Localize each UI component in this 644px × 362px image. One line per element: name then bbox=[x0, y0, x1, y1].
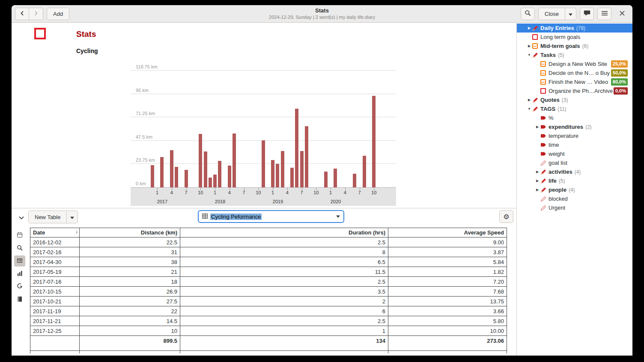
expander-icon[interactable]: ▶ bbox=[534, 170, 540, 174]
tree-item-temperature[interactable]: temperature bbox=[517, 131, 632, 140]
table-row[interactable]: 2017-12-2510110.00 bbox=[30, 326, 507, 336]
table-icon bbox=[202, 213, 208, 220]
table-cell: 2.5 bbox=[180, 237, 388, 247]
diary-view-button[interactable] bbox=[14, 294, 25, 305]
expander-icon[interactable]: ▶ bbox=[526, 44, 532, 48]
chart-view-button[interactable] bbox=[14, 268, 25, 279]
table-row[interactable]: 2017-04-30386.55.84 bbox=[30, 257, 507, 267]
table-cell: 5.84 bbox=[388, 257, 507, 267]
table-row[interactable]: 2017-10-1526.93.57.68 bbox=[30, 287, 507, 297]
theme-view-button[interactable] bbox=[14, 281, 25, 292]
back-button[interactable] bbox=[15, 8, 29, 20]
close-entry-button[interactable]: Close bbox=[538, 8, 565, 20]
bar-2018-02 bbox=[218, 161, 221, 187]
expander-icon[interactable]: ▶ bbox=[534, 188, 540, 192]
table-row[interactable]: 2017-02-163183.87 bbox=[30, 247, 507, 257]
calendar-view-button[interactable] bbox=[14, 230, 25, 241]
wave-icon: ∼ bbox=[532, 43, 540, 49]
item-count: (3) bbox=[562, 97, 568, 103]
tree-item-life[interactable]: ▶life(5) bbox=[517, 176, 632, 185]
expander-icon[interactable]: ▼ bbox=[526, 53, 532, 57]
tree-item-organize-the-ph-archive[interactable]: Organize the Ph…Archive0,0% bbox=[517, 86, 632, 95]
table-row[interactable]: 2017-11-192263.66 bbox=[30, 306, 507, 316]
tree-item-tasks[interactable]: ▼Tasks(5) bbox=[517, 50, 632, 59]
table-row[interactable]: 2017-10-2127.5213.75 bbox=[30, 297, 507, 306]
bar-2020-08 bbox=[363, 156, 366, 187]
table-cell: 6 bbox=[180, 306, 388, 316]
forward-button[interactable] bbox=[29, 8, 43, 20]
cycling-chart: 0 km23.75 km47.5 km71.25 km95 km118.75 k… bbox=[131, 60, 396, 206]
new-table-dropdown-button[interactable] bbox=[67, 211, 78, 223]
tree-item-weight[interactable]: weight bbox=[517, 149, 632, 158]
item-count: (4) bbox=[575, 169, 581, 175]
tree-item-label: life bbox=[549, 178, 557, 184]
search-icon bbox=[525, 10, 531, 18]
tree-item-finish-the-new-video[interactable]: ∼Finish the New … Video80,0% bbox=[517, 77, 632, 86]
tree-item-quotes[interactable]: ▶Quotes(3) bbox=[517, 95, 632, 104]
table-cell: 3.87 bbox=[388, 247, 507, 257]
tree-item-goal-list[interactable]: goal list bbox=[517, 158, 632, 167]
tree-item-label: TAGS bbox=[540, 106, 555, 112]
column-header-date[interactable]: Date↓ bbox=[30, 228, 80, 237]
tree-item-label: weight bbox=[549, 151, 565, 157]
add-button[interactable]: Add bbox=[47, 8, 69, 20]
table-view-button[interactable] bbox=[14, 255, 25, 267]
expander-icon[interactable]: ▶ bbox=[534, 179, 540, 183]
table-row[interactable]: 2017-05-192111.51.82 bbox=[30, 267, 507, 277]
tree-item-daily-entries[interactable]: ▶Daily Entries(78) bbox=[517, 24, 632, 33]
table-row[interactable]: 2016-12-0222.52.59.00 bbox=[30, 237, 507, 247]
month-tick-label: 4 bbox=[286, 190, 289, 195]
search-view-button[interactable] bbox=[14, 243, 25, 254]
close-dropdown-button[interactable] bbox=[565, 8, 576, 20]
collapse-panel-button[interactable] bbox=[15, 212, 28, 223]
tree-item-long-term-goals[interactable]: Long term goals bbox=[517, 33, 632, 42]
column-header-duration[interactable]: Duration (hrs) bbox=[180, 228, 388, 237]
expander-icon[interactable]: ▶ bbox=[526, 26, 532, 30]
column-header-avg-speed[interactable]: Average Speed bbox=[388, 228, 507, 237]
table-cell: 26.9 bbox=[80, 287, 180, 297]
tree-item-people[interactable]: ▶people(4) bbox=[517, 185, 632, 194]
tree-item-mid-term-goals[interactable]: ▶∼Mid-term goals(6) bbox=[517, 42, 632, 50]
tree-item-design-a-new-web-site[interactable]: ∼Design a New Web Site25,0% bbox=[517, 59, 632, 68]
tree-item-blocked[interactable]: blocked bbox=[517, 194, 632, 203]
y-axis-label: 47.5 km bbox=[136, 134, 152, 139]
window-close-button[interactable] bbox=[615, 8, 629, 20]
tree-item-urgent[interactable]: Urgent bbox=[517, 203, 632, 212]
bookmarks-button[interactable] bbox=[580, 8, 594, 20]
tree-item-activities[interactable]: ▶activities(4) bbox=[517, 167, 632, 176]
table-cell: 2017-11-19 bbox=[30, 306, 80, 316]
expander-icon[interactable]: ▶ bbox=[526, 98, 532, 102]
gear-icon: ⚙ bbox=[503, 213, 509, 221]
tree-item-tags[interactable]: ▼TAGS(11) bbox=[517, 104, 632, 113]
tree-item-decide-on-the-n-o-buy[interactable]: ∼Decide on the N… o Buy50,0% bbox=[517, 68, 632, 77]
bar-2020-10 bbox=[372, 96, 376, 187]
table-cell: 2017-11-21 bbox=[30, 316, 80, 326]
pencil-icon bbox=[540, 187, 548, 193]
bar-2017-02 bbox=[160, 157, 164, 187]
table-cell: 27.5 bbox=[80, 297, 180, 306]
table-row[interactable]: 2017-07-16182.57.20 bbox=[30, 277, 507, 287]
menu-button[interactable] bbox=[597, 8, 611, 20]
search-button[interactable] bbox=[521, 8, 535, 20]
data-table: Date↓ Distance (km) Duration (hrs) Avera… bbox=[30, 228, 507, 353]
diary-icon bbox=[16, 296, 23, 304]
column-header-distance[interactable]: Distance (km) bbox=[80, 228, 180, 237]
pencil-outline-icon bbox=[540, 205, 548, 211]
tree-item-percent[interactable]: % bbox=[517, 113, 632, 122]
pencil-icon bbox=[532, 106, 540, 112]
pencil-icon bbox=[532, 52, 540, 58]
bar-2017-11 bbox=[204, 151, 207, 187]
tree-item-expenditures[interactable]: ▶expenditures(2) bbox=[517, 122, 632, 131]
tree-item-time[interactable]: time bbox=[517, 140, 632, 149]
expander-icon[interactable]: ▶ bbox=[534, 125, 540, 129]
expander-icon[interactable]: ▼ bbox=[526, 107, 532, 111]
tag-icon bbox=[540, 125, 548, 129]
table-settings-button[interactable]: ⚙ bbox=[499, 210, 513, 223]
table-selector-combobox[interactable]: Cycling Peformance bbox=[198, 210, 344, 223]
chevron-down-icon bbox=[336, 215, 340, 218]
table-row[interactable]: 2017-11-2114.52.55.80 bbox=[30, 316, 507, 326]
total-duration: 134 bbox=[180, 336, 388, 351]
new-table-button[interactable]: New Table bbox=[28, 211, 67, 223]
table-cell: 2.5 bbox=[180, 277, 388, 287]
bar-2017-12 bbox=[209, 178, 212, 187]
